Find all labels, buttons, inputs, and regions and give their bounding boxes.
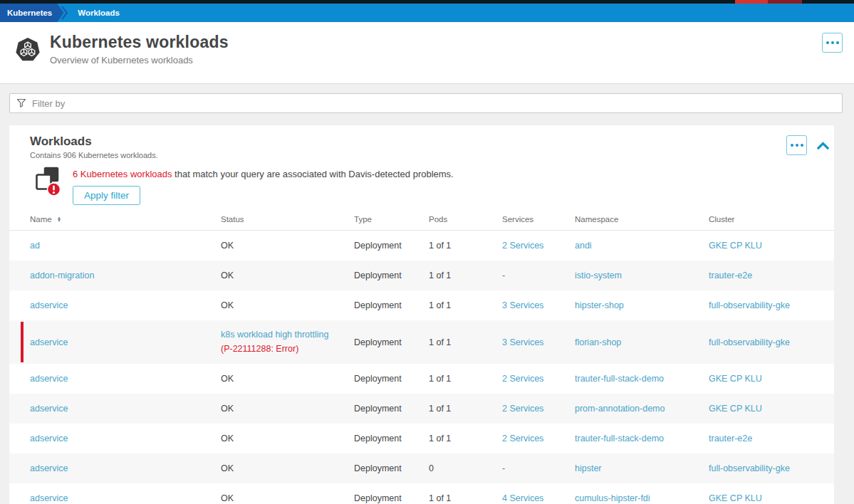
workload-name-link[interactable]: adservice [30,337,68,347]
table-row: addon-migrationOKDeployment1 of 1-istio-… [9,261,834,290]
cell-type: Deployment [354,463,429,473]
namespace-link[interactable]: florian-shop [575,337,621,347]
breadcrumb-item-kubernetes[interactable]: Kubernetes [0,4,63,22]
services-link[interactable]: 2 Services [502,241,543,251]
column-header-pods: Pods [429,215,502,224]
cell-type: Deployment [354,271,429,280]
workload-name-link[interactable]: adservice [30,493,68,503]
collapse-panel-icon[interactable] [816,141,830,150]
services-link[interactable]: 3 Services [502,337,543,347]
workload-name-link[interactable]: adservice [30,404,68,414]
cell-type: Deployment [354,493,429,503]
cell-pods: 0 [429,463,502,473]
cell-status: OK [221,300,354,310]
cell-cluster: full-observability-gke [709,300,824,310]
cell-services: 2 Services [502,374,575,384]
cluster-link[interactable]: full-observability-gke [709,337,790,347]
cluster-link[interactable]: GKE CP KLU [709,374,762,384]
cluster-link[interactable]: GKE CP KLU [709,404,762,414]
column-header-cluster: Cluster [709,215,824,224]
problem-link[interactable]: k8s workload high throttling [221,330,328,340]
table-row: adserviceOKDeployment0-hipsterfull-obser… [9,453,834,483]
page-more-actions-button[interactable] [822,33,843,53]
namespace-link[interactable]: hipster-shop [575,300,624,310]
cluster-link[interactable]: full-observability-gke [709,463,790,473]
page-title: Kubernetes workloads [50,33,229,52]
cell-cluster: GKE CP KLU [709,374,824,384]
breadcrumb-item-workloads[interactable]: Workloads [69,4,128,22]
workload-problem-icon [35,166,62,197]
cell-cluster: full-observability-gke [709,463,824,473]
services-link[interactable]: 2 Services [502,374,543,384]
namespace-link[interactable]: istio-system [575,271,622,280]
namespace-link[interactable]: andi [575,241,592,251]
cell-pods: 1 of 1 [429,374,502,384]
cell-pods: 1 of 1 [429,337,502,347]
cell-services: 2 Services [502,404,575,414]
workload-name-link[interactable]: adservice [30,374,68,384]
cell-namespace: prom-annotation-demo [575,404,709,414]
workload-name-link[interactable]: addon-migration [30,271,94,280]
cell-status: OK [221,241,354,251]
cell-namespace: florian-shop [575,337,709,347]
problems-count-link[interactable]: 6 Kubernetes workloads [73,169,172,179]
cell-services: 2 Services [502,241,575,251]
cell-services: 4 Services [502,493,575,503]
cluster-link[interactable]: full-observability-gke [709,300,790,310]
workload-name-link[interactable]: ad [30,241,40,251]
problems-notice: 6 Kubernetes workloads that match your q… [35,166,834,205]
cell-namespace: hipster-shop [575,300,709,310]
workloads-table: adOKDeployment1 of 12 ServicesandiGKE CP… [9,231,834,504]
cell-status: OK [221,271,354,280]
cell-namespace: andi [575,241,709,251]
column-header-name[interactable]: Name▲▼ [30,215,221,224]
status-strip-red-segment [735,0,768,4]
services-link[interactable]: 2 Services [502,404,543,414]
cell-name: adservice [30,493,221,503]
table-row: adserviceOKDeployment1 of 12 Servicestra… [9,424,834,453]
cluster-link[interactable]: GKE CP KLU [709,493,762,503]
cell-namespace: trauter-full-stack-demo [575,434,709,443]
table-header: Name▲▼StatusTypePodsServicesNamespaceClu… [9,209,834,231]
cell-type: Deployment [354,241,429,251]
table-row: adservicek8s workload high throttling(P-… [9,320,834,364]
cell-type: Deployment [354,434,429,443]
cell-status: OK [221,374,354,384]
namespace-link[interactable]: trauter-full-stack-demo [575,374,664,384]
apply-filter-button[interactable]: Apply filter [73,186,140,205]
cell-services: - [502,463,575,473]
namespace-link[interactable]: prom-annotation-demo [575,404,665,414]
services-link[interactable]: 4 Services [502,493,543,503]
cell-namespace: hipster [575,463,709,473]
workload-name-link[interactable]: adservice [30,434,68,443]
services-link[interactable]: 3 Services [502,300,543,310]
cell-pods: 1 of 1 [429,404,502,414]
cell-cluster: trauter-e2e [709,271,824,280]
cluster-link[interactable]: GKE CP KLU [709,241,762,251]
workload-name-link[interactable]: adservice [30,300,68,310]
cell-name: adservice [30,374,221,384]
cell-cluster: GKE CP KLU [709,493,824,503]
cell-type: Deployment [354,300,429,310]
cell-pods: 1 of 1 [429,493,502,503]
column-header-namespace: Namespace [575,215,709,224]
cluster-link[interactable]: trauter-e2e [709,271,752,280]
ellipsis-icon [826,41,839,44]
namespace-link[interactable]: hipster [575,463,602,473]
panel-more-actions-button[interactable] [786,135,807,155]
cell-pods: 1 of 1 [429,241,502,251]
namespace-link[interactable]: cumulus-hipster-fdi [575,493,650,503]
workload-name-link[interactable]: adservice [30,463,68,473]
cell-services: 3 Services [502,300,575,310]
filter-input[interactable] [32,98,835,109]
sort-icon: ▲▼ [57,216,61,223]
problems-notice-text: 6 Kubernetes workloads that match your q… [73,169,454,179]
cell-name: adservice [30,463,221,473]
cell-type: Deployment [354,374,429,384]
cluster-link[interactable]: trauter-e2e [709,434,752,443]
panel-subtitle: Contains 906 Kubernetes workloads. [9,151,834,159]
panel-title: Workloads [9,135,834,149]
cell-status: OK [221,463,354,473]
services-link[interactable]: 2 Services [502,434,543,443]
namespace-link[interactable]: trauter-full-stack-demo [575,434,664,443]
